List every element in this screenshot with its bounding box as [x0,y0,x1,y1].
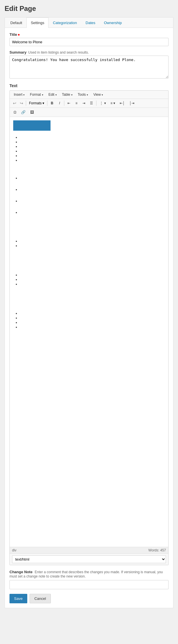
unordered-list-button[interactable]: ⋮ ▾ [98,100,108,106]
required-indicator: ● [18,32,20,37]
bullet-list-2 [20,176,165,213]
tab-dates[interactable]: Dates [81,17,100,28]
menu-edit[interactable]: Edit ▾ [46,92,59,97]
toolbar-divider-3 [64,101,64,106]
text-section-label: Text [9,83,169,88]
align-justify-button[interactable]: ☰ [88,100,95,106]
title-field-group: Title● [9,32,169,46]
format-select[interactable]: text/html text/plain text/restructured [12,555,166,563]
tab-ownership[interactable]: Ownership [100,17,126,28]
list-item [20,311,165,314]
editor-content-area[interactable] [10,117,168,547]
summary-hint: Used in item listings and search results… [28,50,89,54]
menu-insert[interactable]: Insert ▾ [11,92,27,97]
list-item [20,135,165,138]
cancel-button[interactable]: Cancel [30,594,51,603]
tab-categorization[interactable]: Categorization [49,17,81,28]
list-item [20,158,165,161]
editor-spacer-4 [13,288,165,311]
list-item [20,316,165,319]
menu-format[interactable]: Format ▾ [28,92,45,97]
list-item [20,320,165,323]
save-button[interactable]: Save [9,594,27,603]
rich-text-editor: Insert ▾ Format ▾ Edit ▾ Table ▾ Tools ▾ [9,90,169,565]
menu-table[interactable]: Table ▾ [60,92,75,97]
special-chars-button[interactable]: Ω [11,109,18,116]
list-item [20,140,165,143]
list-item [20,187,165,190]
toolbar-divider-1 [26,101,26,106]
title-input[interactable] [9,38,169,46]
editor-status-bar: div Words: 457 [10,547,168,553]
list-item [20,277,165,280]
align-center-button[interactable]: ≡ [73,100,80,106]
menu-view[interactable]: View ▾ [91,92,105,97]
form-body: Title● SummaryUsed in item listings and … [5,28,173,608]
list-item [20,244,165,246]
editor-blue-block [13,120,51,131]
title-label: Title● [9,32,20,37]
tab-bar: Default Settings Categorization Dates Ow… [5,17,173,28]
italic-button[interactable]: I [56,100,63,106]
form-panel: Default Settings Categorization Dates Ow… [5,17,173,608]
list-item [20,199,165,202]
tab-settings[interactable]: Settings [26,17,49,28]
list-item [20,282,165,285]
format-select-row: text/html text/plain text/restructured [10,553,168,565]
list-item [20,154,165,156]
formats-dropdown[interactable]: Formats ▾ [27,100,46,106]
editor-spacer-1 [13,165,165,176]
image-button[interactable]: 🖼 [28,109,36,116]
undo-button[interactable]: ↩ [11,100,18,106]
editor-spacer-2 [13,222,165,239]
align-left-button[interactable]: ⇤ [65,100,72,106]
link-button[interactable]: 🔗 [19,109,28,116]
list-item [20,149,165,152]
editor-spacer-3 [13,250,165,273]
menu-tools[interactable]: Tools ▾ [76,92,90,97]
list-item [20,273,165,276]
list-item [20,210,165,213]
page-wrapper: Edit Page Default Settings Categorizatio… [0,0,178,613]
change-note-input[interactable] [9,580,169,589]
redo-button[interactable]: ↪ [18,100,25,106]
editor-bullets-section-5 [20,311,165,328]
summary-textarea[interactable]: Congratulations! You have successfully i… [9,56,169,79]
change-note-hint: Enter a comment that describes the chang… [9,570,163,578]
ordered-list-button[interactable]: ≡ ▾ [109,100,117,106]
toolbar-divider-4 [96,101,96,106]
change-note-label: Change Note Enter a comment that describ… [9,570,163,578]
action-buttons: Save Cancel [9,594,169,603]
change-note-section: Change Note Enter a comment that describ… [9,570,169,589]
editor-toolbar-2: Ω 🔗 🖼 [10,108,168,117]
bullet-list-3 [20,239,165,246]
editor-bullets-section-4 [20,273,165,285]
editor-bullets-section-3 [20,239,165,246]
text-field-group: Text Insert ▾ Format ▾ Edit ▾ [9,83,169,565]
list-item [20,325,165,328]
editor-menubar: Insert ▾ Format ▾ Edit ▾ Table ▾ Tools ▾ [10,91,168,99]
editor-bullets-section-2 [20,176,165,213]
outdent-button[interactable]: ⇤│ [118,100,127,106]
editor-element-indicator: div [12,548,16,552]
tab-default[interactable]: Default [6,17,26,28]
toolbar-divider-2 [47,101,47,106]
editor-word-count: Words: 457 [148,548,166,552]
summary-label: SummaryUsed in item listings and search … [9,50,89,54]
editor-bullets-section-1 [20,135,165,161]
align-right-button[interactable]: ⇥ [80,100,87,106]
bullet-list-4 [20,273,165,285]
bullet-list-5 [20,311,165,328]
bold-button[interactable]: B [49,100,55,106]
page-title: Edit Page [5,5,173,13]
list-item [20,239,165,242]
list-item [20,144,165,147]
undo-redo-group: ↩ ↪ [11,100,25,106]
bullet-list-1 [20,135,165,161]
indent-button[interactable]: │⇥ [127,100,137,106]
list-item [20,176,165,179]
summary-field-group: SummaryUsed in item listings and search … [9,50,169,79]
editor-toolbar: ↩ ↪ Formats ▾ B I ⇤ ≡ ⇥ [10,99,168,108]
